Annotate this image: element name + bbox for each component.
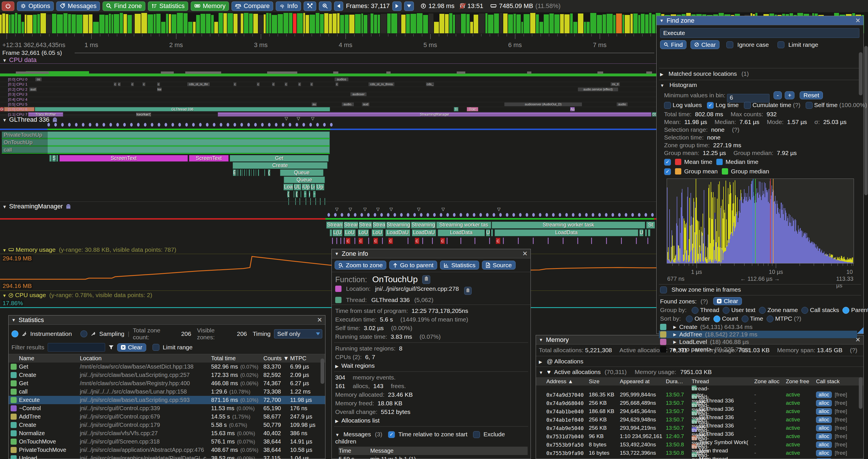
- timing-dropdown[interactable]: Self only: [274, 329, 322, 338]
- zone-info-line[interactable]: ▶Allocations list: [332, 416, 530, 425]
- timeline-zone[interactable]: [249, 169, 250, 176]
- ignore-case-checkbox[interactable]: [726, 41, 733, 48]
- statistics-table-header[interactable]: NameLocationTotal timeCounts ▼MTPC: [9, 354, 325, 363]
- col-dura-[interactable]: Dura…: [666, 378, 692, 385]
- message-row[interactable]: 5.59 smip 11 w 1 h 1 (1): [339, 455, 528, 459]
- col-mtpc[interactable]: MTPC: [290, 355, 325, 362]
- process-chip[interactable]: c: [298, 83, 301, 86]
- zone-thread-row[interactable]: Thread: GLThread 336 (5,062): [332, 295, 530, 305]
- timeline-zone[interactable]: [256, 169, 256, 176]
- group-by-call-stacks[interactable]: [801, 307, 808, 314]
- message-marker-icon[interactable]: ▽: [349, 207, 352, 212]
- timeline-zone[interactable]: Strear: [344, 222, 358, 229]
- zone-info-titlebar[interactable]: ▼Zone info✕: [332, 249, 530, 258]
- timeline-zone[interactable]: [239, 169, 239, 176]
- go-to-parent-button[interactable]: Go to parent: [389, 261, 437, 269]
- legend-checkbox[interactable]: ✓: [664, 168, 671, 175]
- col-size[interactable]: Size: [589, 378, 620, 385]
- timeline-zone[interactable]: [293, 191, 294, 197]
- col-call-stack[interactable]: Call stack: [816, 378, 863, 385]
- col-message[interactable]: Message: [370, 448, 528, 454]
- process-chip[interactable]: c: [131, 83, 134, 86]
- main-scrollbar-thumb[interactable]: [864, 46, 868, 195]
- message-marker-icon[interactable]: ▽: [441, 207, 445, 212]
- alloc-callstack-button[interactable]: alloc: [816, 400, 832, 406]
- checkbox[interactable]: [744, 102, 751, 109]
- zone-location-row[interactable]: Location: jni/../jni/src/guif/Screen.cpp…: [332, 285, 530, 295]
- process-chip[interactable]: audioserver (AudioOut_D): [504, 102, 582, 106]
- col-appeared-at[interactable]: Appeared at: [620, 378, 666, 385]
- options-button[interactable]: Options: [17, 1, 54, 11]
- reset-button[interactable]: Reset: [800, 91, 823, 99]
- timeline-zone[interactable]: Strea: [373, 222, 386, 229]
- show-zone-time-checkbox[interactable]: [660, 287, 667, 293]
- col-location[interactable]: Location: [80, 355, 211, 362]
- messages-header[interactable]: TimeMessage: [339, 447, 528, 455]
- timeline-zone[interactable]: LoadData: [438, 229, 485, 236]
- process-chip[interactable]: audios: [335, 77, 348, 81]
- timeline-zone[interactable]: St: [646, 222, 655, 229]
- message-marker-icon[interactable]: ▽: [285, 116, 288, 121]
- col-counts[interactable]: Counts ▼: [264, 355, 290, 362]
- timeline-zone[interactable]: ~: [313, 191, 316, 197]
- col-address[interactable]: Address ▲: [546, 378, 589, 385]
- collapse-triangle[interactable]: ▶: [335, 419, 339, 423]
- timeline-zone[interactable]: [244, 169, 245, 176]
- timeline-zone[interactable]: Lo: [310, 184, 315, 190]
- alloc-callstack-button[interactable]: alloc: [816, 441, 832, 448]
- sort-by-order[interactable]: [686, 316, 693, 322]
- process-chip[interactable]: mi_tl: [611, 83, 620, 86]
- error-zone-chip[interactable]: C: [346, 238, 350, 244]
- stats-row[interactable]: Createjni/../jni/src/claw/base/LuaScript…: [9, 371, 325, 379]
- message-marker-icon[interactable]: ▽: [297, 116, 300, 121]
- sort-by-time[interactable]: [742, 316, 748, 322]
- sort-by-count[interactable]: [713, 316, 720, 322]
- found-zone-row[interactable]: ▶<no parent> (9) 225.73 µs: [659, 346, 857, 353]
- alloc-callstack-button[interactable]: alloc: [816, 408, 832, 415]
- timeline-zone[interactable]: Trac: [467, 107, 478, 111]
- close-icon[interactable]: ✕: [855, 17, 861, 24]
- plus-button[interactable]: +: [785, 91, 795, 99]
- checkbox[interactable]: ✓: [707, 102, 714, 109]
- statistics-titlebar[interactable]: ▼Statistics✕: [9, 316, 325, 325]
- timeline-zone[interactable]: Ti: [454, 107, 458, 111]
- process-chip[interactable]: au: [312, 102, 317, 106]
- timeline-zone[interactable]: [240, 169, 241, 176]
- timeline-zone[interactable]: LoU: [358, 229, 369, 236]
- timeline-zone[interactable]: PrivateTouchUp: [2, 131, 330, 138]
- found-zone-row[interactable]: ▶LoadLevel (18) 406.88 µs: [659, 338, 857, 346]
- error-zone-chip[interactable]: C: [373, 238, 378, 244]
- timeline-zone[interactable]: iUp: [302, 184, 310, 190]
- tools-button[interactable]: [304, 1, 316, 11]
- message-marker-icon[interactable]: ▽: [417, 207, 421, 212]
- next-frame-button[interactable]: [392, 1, 402, 11]
- group-by-thread[interactable]: [692, 307, 699, 314]
- zone-statistics-button[interactable]: Statistics: [440, 261, 479, 269]
- timeline-zone[interactable]: [301, 191, 301, 197]
- timeline-zone[interactable]: Streaming worker tas: [436, 222, 491, 229]
- minus-button[interactable]: -: [774, 91, 782, 99]
- find-zone-histogram[interactable]: [666, 178, 854, 264]
- process-chip[interactable]: audioser: [350, 92, 367, 96]
- timeline-zone[interactable]: ScreenText: [189, 155, 229, 162]
- statistics-button[interactable]: Statistics: [148, 1, 188, 11]
- process-chip[interactable]: c: [310, 83, 313, 86]
- timeline-zone[interactable]: [648, 229, 650, 236]
- timeline-zone[interactable]: GLThread 336: [35, 107, 330, 111]
- stats-clear-button[interactable]: Clear: [117, 343, 146, 352]
- zoom-button[interactable]: [319, 1, 332, 11]
- group-by-user-text[interactable]: [723, 307, 730, 314]
- timeline-zone[interactable]: (: [296, 191, 298, 197]
- message-marker-icon[interactable]: ▽: [363, 207, 367, 212]
- memory-usage-plot[interactable]: [0, 254, 658, 290]
- timeline-zone[interactable]: [251, 169, 252, 176]
- timeline-zone[interactable]: OnTouchUp: [2, 139, 330, 145]
- process-chip[interactable]: c: [285, 83, 287, 86]
- compare-button[interactable]: Compare: [231, 1, 273, 11]
- timeline-zone[interactable]: E: [233, 169, 236, 176]
- timeline-zone[interactable]: LoadData: [495, 229, 638, 236]
- collapse-triangle[interactable]: ▶: [673, 339, 676, 344]
- timeline-zone[interactable]: Streaming: [386, 222, 410, 229]
- timeline-zone[interactable]: LoU: [372, 229, 383, 236]
- timeline-zone[interactable]: Strea: [359, 222, 372, 229]
